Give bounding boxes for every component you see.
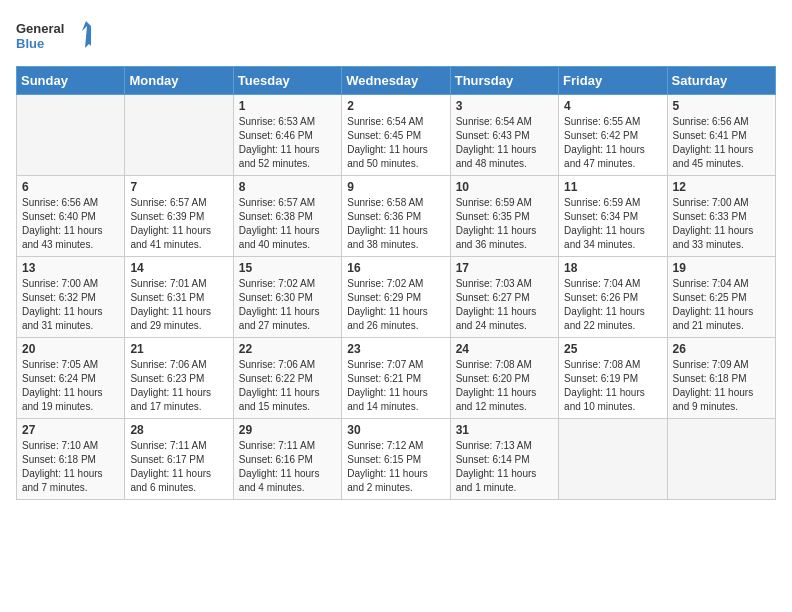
- day-info: Sunrise: 7:09 AM Sunset: 6:18 PM Dayligh…: [673, 358, 770, 414]
- day-number: 16: [347, 261, 444, 275]
- day-number: 8: [239, 180, 336, 194]
- header-saturday: Saturday: [667, 67, 775, 95]
- calendar-cell: 20Sunrise: 7:05 AM Sunset: 6:24 PM Dayli…: [17, 338, 125, 419]
- calendar-cell: 11Sunrise: 6:59 AM Sunset: 6:34 PM Dayli…: [559, 176, 667, 257]
- header-monday: Monday: [125, 67, 233, 95]
- calendar-cell: [667, 419, 775, 500]
- day-info: Sunrise: 7:08 AM Sunset: 6:20 PM Dayligh…: [456, 358, 553, 414]
- day-number: 22: [239, 342, 336, 356]
- day-info: Sunrise: 7:10 AM Sunset: 6:18 PM Dayligh…: [22, 439, 119, 495]
- calendar-cell: 21Sunrise: 7:06 AM Sunset: 6:23 PM Dayli…: [125, 338, 233, 419]
- day-number: 17: [456, 261, 553, 275]
- calendar-cell: 31Sunrise: 7:13 AM Sunset: 6:14 PM Dayli…: [450, 419, 558, 500]
- day-info: Sunrise: 7:04 AM Sunset: 6:26 PM Dayligh…: [564, 277, 661, 333]
- day-number: 21: [130, 342, 227, 356]
- day-number: 25: [564, 342, 661, 356]
- day-number: 6: [22, 180, 119, 194]
- svg-text:Blue: Blue: [16, 36, 44, 51]
- weekday-header-row: SundayMondayTuesdayWednesdayThursdayFrid…: [17, 67, 776, 95]
- week-row-3: 13Sunrise: 7:00 AM Sunset: 6:32 PM Dayli…: [17, 257, 776, 338]
- calendar-cell: 4Sunrise: 6:55 AM Sunset: 6:42 PM Daylig…: [559, 95, 667, 176]
- header-sunday: Sunday: [17, 67, 125, 95]
- day-info: Sunrise: 6:57 AM Sunset: 6:38 PM Dayligh…: [239, 196, 336, 252]
- day-number: 31: [456, 423, 553, 437]
- day-info: Sunrise: 7:05 AM Sunset: 6:24 PM Dayligh…: [22, 358, 119, 414]
- day-number: 1: [239, 99, 336, 113]
- calendar-cell: 26Sunrise: 7:09 AM Sunset: 6:18 PM Dayli…: [667, 338, 775, 419]
- calendar-cell: 25Sunrise: 7:08 AM Sunset: 6:19 PM Dayli…: [559, 338, 667, 419]
- calendar-cell: [559, 419, 667, 500]
- day-number: 7: [130, 180, 227, 194]
- day-info: Sunrise: 7:08 AM Sunset: 6:19 PM Dayligh…: [564, 358, 661, 414]
- day-info: Sunrise: 7:00 AM Sunset: 6:33 PM Dayligh…: [673, 196, 770, 252]
- calendar-cell: 27Sunrise: 7:10 AM Sunset: 6:18 PM Dayli…: [17, 419, 125, 500]
- header-thursday: Thursday: [450, 67, 558, 95]
- calendar-cell: 29Sunrise: 7:11 AM Sunset: 6:16 PM Dayli…: [233, 419, 341, 500]
- calendar-cell: 1Sunrise: 6:53 AM Sunset: 6:46 PM Daylig…: [233, 95, 341, 176]
- calendar-cell: 9Sunrise: 6:58 AM Sunset: 6:36 PM Daylig…: [342, 176, 450, 257]
- day-info: Sunrise: 7:13 AM Sunset: 6:14 PM Dayligh…: [456, 439, 553, 495]
- calendar-cell: 30Sunrise: 7:12 AM Sunset: 6:15 PM Dayli…: [342, 419, 450, 500]
- logo: General Blue: [16, 16, 96, 56]
- calendar-cell: 5Sunrise: 6:56 AM Sunset: 6:41 PM Daylig…: [667, 95, 775, 176]
- calendar-cell: 8Sunrise: 6:57 AM Sunset: 6:38 PM Daylig…: [233, 176, 341, 257]
- day-number: 3: [456, 99, 553, 113]
- day-info: Sunrise: 7:06 AM Sunset: 6:22 PM Dayligh…: [239, 358, 336, 414]
- day-number: 28: [130, 423, 227, 437]
- day-info: Sunrise: 7:07 AM Sunset: 6:21 PM Dayligh…: [347, 358, 444, 414]
- day-number: 24: [456, 342, 553, 356]
- header-tuesday: Tuesday: [233, 67, 341, 95]
- day-info: Sunrise: 7:06 AM Sunset: 6:23 PM Dayligh…: [130, 358, 227, 414]
- page-header: General Blue: [16, 16, 776, 56]
- day-info: Sunrise: 6:59 AM Sunset: 6:35 PM Dayligh…: [456, 196, 553, 252]
- logo-icon: General Blue: [16, 16, 96, 56]
- day-number: 20: [22, 342, 119, 356]
- day-info: Sunrise: 6:55 AM Sunset: 6:42 PM Dayligh…: [564, 115, 661, 171]
- day-info: Sunrise: 7:11 AM Sunset: 6:16 PM Dayligh…: [239, 439, 336, 495]
- calendar-cell: 13Sunrise: 7:00 AM Sunset: 6:32 PM Dayli…: [17, 257, 125, 338]
- day-number: 5: [673, 99, 770, 113]
- day-info: Sunrise: 6:54 AM Sunset: 6:43 PM Dayligh…: [456, 115, 553, 171]
- day-number: 29: [239, 423, 336, 437]
- calendar-cell: 19Sunrise: 7:04 AM Sunset: 6:25 PM Dayli…: [667, 257, 775, 338]
- svg-text:General: General: [16, 21, 64, 36]
- calendar-cell: 16Sunrise: 7:02 AM Sunset: 6:29 PM Dayli…: [342, 257, 450, 338]
- day-number: 27: [22, 423, 119, 437]
- calendar-cell: 3Sunrise: 6:54 AM Sunset: 6:43 PM Daylig…: [450, 95, 558, 176]
- calendar-cell: 18Sunrise: 7:04 AM Sunset: 6:26 PM Dayli…: [559, 257, 667, 338]
- calendar-cell: [125, 95, 233, 176]
- day-number: 15: [239, 261, 336, 275]
- day-number: 10: [456, 180, 553, 194]
- day-info: Sunrise: 6:53 AM Sunset: 6:46 PM Dayligh…: [239, 115, 336, 171]
- day-number: 14: [130, 261, 227, 275]
- day-number: 12: [673, 180, 770, 194]
- day-info: Sunrise: 7:12 AM Sunset: 6:15 PM Dayligh…: [347, 439, 444, 495]
- calendar-cell: 7Sunrise: 6:57 AM Sunset: 6:39 PM Daylig…: [125, 176, 233, 257]
- day-number: 26: [673, 342, 770, 356]
- day-info: Sunrise: 6:54 AM Sunset: 6:45 PM Dayligh…: [347, 115, 444, 171]
- calendar-cell: 17Sunrise: 7:03 AM Sunset: 6:27 PM Dayli…: [450, 257, 558, 338]
- day-info: Sunrise: 7:03 AM Sunset: 6:27 PM Dayligh…: [456, 277, 553, 333]
- calendar-cell: [17, 95, 125, 176]
- calendar-cell: 24Sunrise: 7:08 AM Sunset: 6:20 PM Dayli…: [450, 338, 558, 419]
- calendar-cell: 14Sunrise: 7:01 AM Sunset: 6:31 PM Dayli…: [125, 257, 233, 338]
- day-info: Sunrise: 6:58 AM Sunset: 6:36 PM Dayligh…: [347, 196, 444, 252]
- calendar-cell: 2Sunrise: 6:54 AM Sunset: 6:45 PM Daylig…: [342, 95, 450, 176]
- day-number: 9: [347, 180, 444, 194]
- day-number: 18: [564, 261, 661, 275]
- day-number: 11: [564, 180, 661, 194]
- day-number: 19: [673, 261, 770, 275]
- header-wednesday: Wednesday: [342, 67, 450, 95]
- day-number: 23: [347, 342, 444, 356]
- day-info: Sunrise: 6:56 AM Sunset: 6:40 PM Dayligh…: [22, 196, 119, 252]
- day-info: Sunrise: 6:56 AM Sunset: 6:41 PM Dayligh…: [673, 115, 770, 171]
- week-row-4: 20Sunrise: 7:05 AM Sunset: 6:24 PM Dayli…: [17, 338, 776, 419]
- calendar-cell: 28Sunrise: 7:11 AM Sunset: 6:17 PM Dayli…: [125, 419, 233, 500]
- header-friday: Friday: [559, 67, 667, 95]
- day-number: 13: [22, 261, 119, 275]
- calendar-cell: 15Sunrise: 7:02 AM Sunset: 6:30 PM Dayli…: [233, 257, 341, 338]
- day-info: Sunrise: 7:00 AM Sunset: 6:32 PM Dayligh…: [22, 277, 119, 333]
- day-info: Sunrise: 7:02 AM Sunset: 6:30 PM Dayligh…: [239, 277, 336, 333]
- day-info: Sunrise: 7:02 AM Sunset: 6:29 PM Dayligh…: [347, 277, 444, 333]
- day-number: 2: [347, 99, 444, 113]
